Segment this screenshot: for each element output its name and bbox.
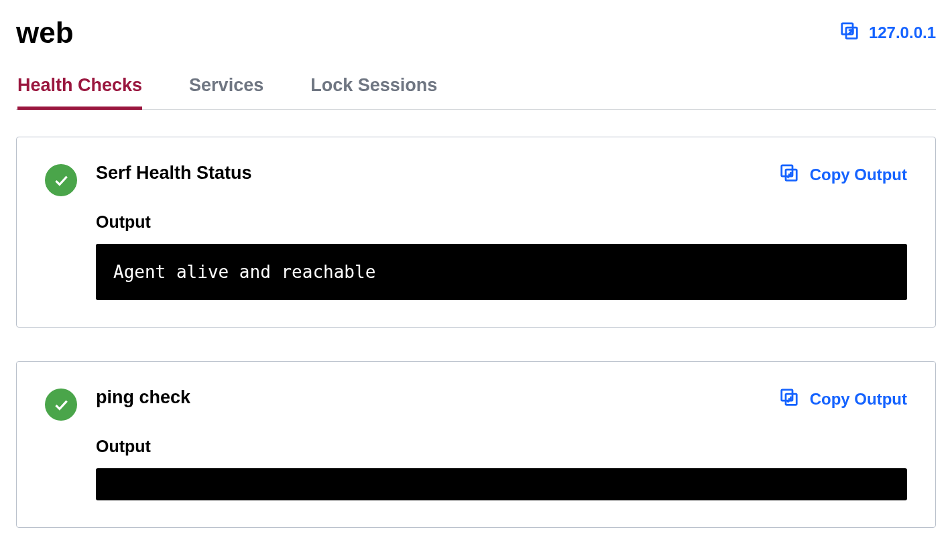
status-passing-icon: [45, 389, 77, 421]
copy-output-button[interactable]: Copy Output: [779, 163, 907, 187]
tabs: Health Checks Services Lock Sessions: [16, 68, 936, 110]
output-content: Agent alive and reachable: [96, 244, 907, 300]
card-header: ping check Copy Output: [45, 387, 907, 421]
svg-line-7: [787, 399, 790, 403]
ip-link[interactable]: 127.0.0.1: [839, 21, 936, 45]
copy-output-button[interactable]: Copy Output: [779, 387, 907, 411]
page-title: web: [16, 16, 74, 50]
ip-text: 127.0.0.1: [869, 23, 936, 42]
external-link-icon: [839, 21, 859, 45]
card-header: Serf Health Status Copy Output: [45, 163, 907, 196]
status-passing-icon: [45, 164, 77, 196]
tab-lock-sessions[interactable]: Lock Sessions: [310, 68, 437, 109]
tab-services[interactable]: Services: [189, 68, 263, 109]
output-label: Output: [96, 437, 907, 456]
health-check-card: ping check Copy Output Output: [16, 361, 936, 528]
card-header-left: ping check: [45, 387, 190, 421]
output-content: [96, 468, 907, 500]
card-header-left: Serf Health Status: [45, 163, 252, 196]
health-check-list: Serf Health Status Copy Output Output Ag…: [16, 137, 936, 528]
tab-health-checks[interactable]: Health Checks: [17, 68, 142, 109]
check-name: ping check: [96, 387, 190, 408]
check-name: Serf Health Status: [96, 163, 252, 184]
copy-icon: [779, 387, 799, 411]
copy-output-label: Copy Output: [810, 165, 907, 184]
output-section: Output: [96, 437, 907, 500]
svg-line-4: [787, 175, 790, 178]
page-header: web 127.0.0.1: [16, 16, 936, 50]
copy-icon: [779, 163, 799, 187]
output-section: Output Agent alive and reachable: [96, 212, 907, 300]
copy-output-label: Copy Output: [810, 390, 907, 409]
output-label: Output: [96, 212, 907, 232]
health-check-card: Serf Health Status Copy Output Output Ag…: [16, 137, 936, 328]
